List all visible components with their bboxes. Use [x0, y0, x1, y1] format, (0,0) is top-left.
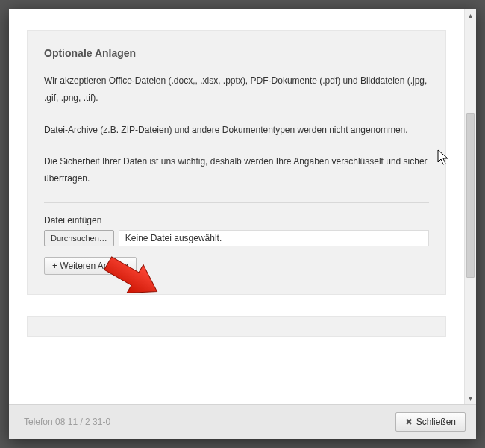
scroll-down-icon[interactable]: ▾	[465, 392, 476, 404]
modal-footer: Telefon 08 11 / 2 31-0 ✖ Schließen	[9, 404, 476, 439]
add-attachment-button[interactable]: + Weiteren Anhang	[44, 257, 137, 275]
scroll-up-icon[interactable]: ▴	[465, 9, 476, 21]
panel-text-security: Die Sicherheit Ihrer Daten ist uns wicht…	[44, 153, 429, 187]
close-button[interactable]: ✖ Schließen	[395, 412, 466, 432]
panel-text-rejected: Datei-Archive (z.B. ZIP-Dateien) und and…	[44, 122, 429, 139]
vertical-scrollbar[interactable]: ▴ ▾	[464, 9, 476, 404]
modal-body: Optionale Anlagen Wir akzeptieren Office…	[9, 9, 464, 404]
file-field-label: Datei einfügen	[44, 215, 429, 225]
attachments-panel: Optionale Anlagen Wir akzeptieren Office…	[27, 30, 446, 295]
file-status-text: Keine Datei ausgewählt.	[119, 230, 429, 246]
scroll-thumb[interactable]	[466, 113, 475, 278]
file-input-row: Durchsuchen… Keine Datei ausgewählt.	[44, 230, 429, 246]
modal-dialog: Optionale Anlagen Wir akzeptieren Office…	[9, 9, 476, 439]
close-button-label: Schließen	[416, 417, 456, 427]
footer-ghost-text: Telefon 08 11 / 2 31-0	[24, 417, 110, 427]
panel-text-accepted: Wir akzeptieren Office-Dateien (.docx,, …	[44, 72, 429, 107]
separator	[44, 202, 429, 203]
modal-body-wrap: Optionale Anlagen Wir akzeptieren Office…	[9, 9, 476, 404]
panel-heading: Optionale Anlagen	[44, 47, 429, 59]
browse-button[interactable]: Durchsuchen…	[44, 230, 114, 246]
close-icon: ✖	[405, 417, 413, 426]
next-panel-peek	[27, 316, 446, 337]
